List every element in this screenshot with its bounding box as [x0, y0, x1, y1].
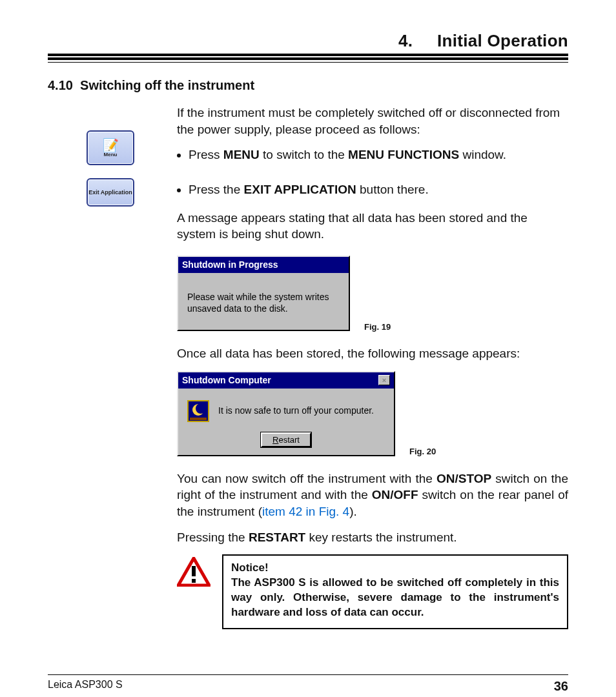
- svg-rect-5: [192, 566, 196, 576]
- shutdown-progress-dialog: Shutdown in Progress Please wait while t…: [177, 256, 350, 331]
- exit-application-button-illustration: Exit Application: [87, 178, 134, 207]
- shutdown-moon-icon: [187, 400, 209, 422]
- sidebar-icons: 📝 Menu Exit Application: [48, 105, 177, 629]
- bullet-press-menu: Press MENU to switch to the MENU FUNCTIO…: [189, 146, 568, 163]
- menu-button-illustration: 📝 Menu: [87, 130, 134, 165]
- switch-off-paragraph: You can now switch off the instrument wi…: [177, 470, 568, 520]
- chapter-title-label: Initial Operation: [437, 31, 568, 50]
- fig4-link[interactable]: item 42 in Fig. 4: [262, 505, 349, 518]
- product-name-label: Leica ASP300 S: [48, 679, 123, 694]
- dialog1-body: Please wait while the system writes unsa…: [178, 273, 349, 330]
- exit-application-label: Exit Application: [88, 189, 132, 196]
- intro-paragraph: If the instrument must be completely swi…: [177, 105, 568, 137]
- chapter-number-label: 4.: [398, 31, 413, 50]
- svg-rect-6: [192, 579, 196, 583]
- page-header: 4. Initial Operation: [48, 31, 568, 56]
- dialog1-title: Shutdown in Progress: [182, 259, 278, 271]
- svg-rect-3: [190, 418, 207, 420]
- dialog2-body-text: It is now safe to turn off your computer…: [218, 405, 374, 417]
- restart-paragraph: Pressing the RESTART key restarts the in…: [177, 529, 568, 546]
- fig20-label: Fig. 20: [409, 446, 436, 459]
- section-number-label: 4.10: [48, 78, 73, 92]
- bullet-press-exit: Press the EXIT APPLICATION button there.: [189, 181, 568, 198]
- section-heading: 4.10 Switching off the instrument: [48, 78, 568, 93]
- notice-body: The ASP300 S is allowed to be switched o…: [231, 576, 559, 620]
- page-number-label: 36: [554, 679, 568, 694]
- warning-icon: [177, 554, 210, 629]
- section-title-label: Switching off the instrument: [80, 78, 254, 92]
- menu-button-label: Menu: [104, 152, 118, 157]
- header-rule: [48, 57, 568, 63]
- dialog2-title: Shutdown Computer: [182, 374, 271, 387]
- after-dlg1-paragraph: Once all data has been stored, the follo…: [177, 345, 568, 362]
- after-exit-paragraph: A message appears stating that all data …: [177, 210, 568, 243]
- page-footer: Leica ASP300 S 36: [48, 674, 568, 694]
- notepad-icon: 📝: [103, 139, 119, 152]
- fig19-label: Fig. 19: [364, 321, 391, 334]
- main-content: If the instrument must be completely swi…: [177, 105, 568, 629]
- shutdown-computer-dialog: Shutdown Computer × It is now: [177, 371, 395, 456]
- svg-point-2: [196, 403, 206, 414]
- restart-button[interactable]: Restart: [261, 432, 311, 447]
- close-icon: ×: [378, 375, 390, 385]
- notice-block: Notice! The ASP300 S is allowed to be sw…: [177, 554, 568, 629]
- notice-heading: Notice!: [231, 561, 559, 576]
